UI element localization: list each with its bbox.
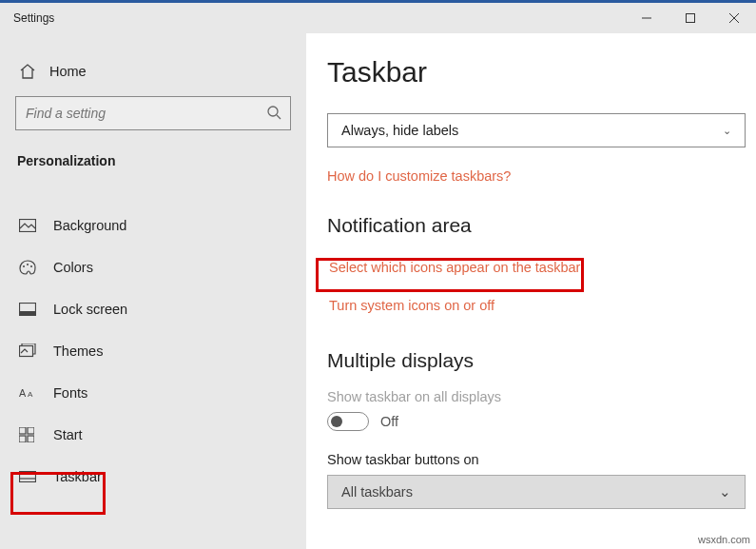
sidebar-item-label: Fonts [53, 385, 87, 401]
maximize-button[interactable] [669, 3, 712, 33]
svg-rect-11 [20, 311, 35, 315]
sidebar-home-label: Home [49, 64, 87, 79]
search-input[interactable] [15, 96, 291, 130]
sidebar-home[interactable]: Home [0, 54, 306, 88]
svg-point-9 [30, 265, 32, 267]
multiple-displays-heading: Multiple displays [327, 349, 756, 372]
close-button[interactable] [712, 3, 756, 33]
svg-rect-16 [28, 427, 34, 434]
dropdown-value: All taskbars [341, 484, 413, 500]
svg-point-7 [23, 265, 25, 267]
svg-rect-6 [20, 220, 36, 232]
toggle-state-label: Off [380, 414, 398, 429]
system-icons-link[interactable]: Turn system icons on or off [327, 292, 756, 319]
svg-rect-18 [28, 436, 34, 442]
sidebar-item-colors[interactable]: Colors [0, 246, 306, 288]
chevron-down-icon: ⌄ [723, 125, 731, 137]
sidebar-item-label: Colors [53, 260, 93, 275]
show-taskbar-all-label: Show taskbar on all displays [327, 389, 756, 404]
main-panel: Taskbar Always, hide labels ⌄ How do I c… [306, 33, 756, 549]
svg-line-5 [277, 115, 281, 119]
sidebar: Home Personalization Background Colors L… [0, 33, 306, 549]
sidebar-item-lockscreen[interactable]: Lock screen [0, 288, 306, 330]
svg-rect-17 [19, 436, 26, 442]
themes-icon [19, 343, 38, 359]
sidebar-item-label: Lock screen [53, 302, 127, 317]
dropdown-value: Always, hide labels [341, 123, 458, 138]
start-icon [19, 427, 38, 442]
svg-rect-19 [20, 472, 36, 482]
sidebar-item-taskbar[interactable]: Taskbar [0, 456, 306, 498]
minimize-button[interactable] [625, 3, 669, 33]
search-wrap [15, 96, 291, 130]
sidebar-item-label: Start [53, 427, 83, 442]
show-buttons-on-label: Show taskbar buttons on [327, 452, 756, 467]
svg-rect-1 [687, 14, 695, 23]
fonts-icon: AA [19, 386, 38, 400]
picture-icon [19, 219, 38, 232]
watermark: wsxdn.com [698, 534, 750, 545]
lock-screen-icon [19, 303, 38, 316]
svg-text:A: A [19, 388, 27, 400]
home-icon [19, 64, 36, 79]
sidebar-item-background[interactable]: Background [0, 205, 306, 246]
svg-text:A: A [28, 391, 33, 400]
chevron-down-icon: ⌄ [719, 484, 731, 500]
search-icon [266, 105, 281, 124]
notification-heading: Notification area [327, 214, 756, 237]
sidebar-item-themes[interactable]: Themes [0, 330, 306, 372]
taskbar-icon [19, 471, 38, 482]
titlebar: Settings [0, 3, 756, 33]
help-link[interactable]: How do I customize taskbars? [327, 168, 756, 184]
svg-point-4 [268, 107, 278, 116]
svg-rect-15 [19, 427, 26, 434]
sidebar-item-fonts[interactable]: AA Fonts [0, 372, 306, 414]
sidebar-item-label: Themes [53, 343, 103, 359]
show-taskbar-all-toggle[interactable] [327, 412, 369, 431]
page-title: Taskbar [327, 56, 756, 88]
sidebar-nav: Background Colors Lock screen Themes AA … [0, 205, 306, 498]
show-taskbar-all-toggle-row: Off [327, 412, 756, 431]
window-title: Settings [13, 11, 54, 25]
svg-point-8 [27, 264, 29, 265]
combine-buttons-dropdown[interactable]: Always, hide labels ⌄ [327, 113, 746, 147]
select-icons-link[interactable]: Select which icons appear on the taskbar [327, 254, 756, 281]
sidebar-category: Personalization [0, 144, 306, 178]
sidebar-item-start[interactable]: Start [0, 414, 306, 456]
window-controls [625, 3, 756, 33]
show-buttons-on-dropdown[interactable]: All taskbars ⌄ [327, 475, 746, 509]
sidebar-item-label: Taskbar [53, 469, 102, 484]
toggle-knob [331, 416, 342, 427]
sidebar-item-label: Background [53, 218, 126, 233]
palette-icon [19, 260, 38, 275]
